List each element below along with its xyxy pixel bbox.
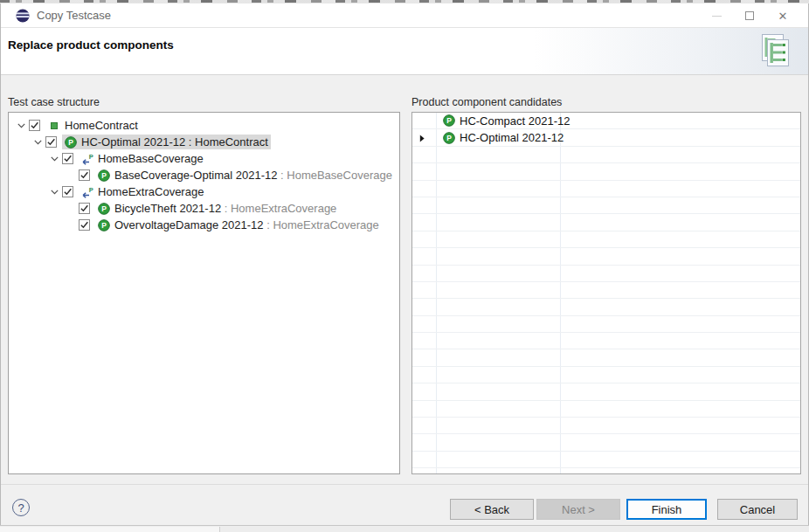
spacer-cell bbox=[561, 401, 800, 417]
candidate-cell bbox=[437, 401, 561, 417]
spacer-cell bbox=[561, 214, 800, 230]
tree-item[interactable]: HomeContract bbox=[9, 117, 399, 134]
checkbox[interactable] bbox=[29, 120, 40, 131]
empty-row bbox=[412, 468, 800, 474]
tree-item-type-suffix: : HomeExtraCoverage bbox=[221, 202, 336, 215]
checkbox[interactable] bbox=[79, 203, 90, 214]
triangle-right-icon[interactable] bbox=[419, 130, 425, 146]
expander-cell bbox=[412, 299, 437, 314]
spacer-cell bbox=[561, 248, 800, 264]
help-button[interactable]: ? bbox=[12, 499, 30, 516]
chevron-down-icon[interactable] bbox=[30, 134, 45, 150]
page-title: Replace product components bbox=[8, 38, 174, 52]
spacer-cell bbox=[561, 434, 800, 450]
candidate-cell[interactable]: PHC-Optimal 2021-12 bbox=[437, 129, 561, 145]
spacer-cell bbox=[561, 266, 800, 281]
tree-item-body[interactable]: HomeContract bbox=[45, 118, 141, 133]
chevron-down-icon[interactable] bbox=[46, 150, 62, 167]
empty-row bbox=[412, 349, 800, 366]
next-button[interactable]: Next > bbox=[536, 499, 620, 520]
candidate-cell bbox=[437, 349, 561, 365]
tree-item-label: HomeExtraCoverage bbox=[98, 185, 204, 198]
checkbox[interactable] bbox=[79, 219, 90, 231]
empty-row bbox=[412, 434, 800, 451]
candidates-table: PHC-Compact 2021-12PHC-Optimal 2021-12 bbox=[411, 112, 801, 474]
chevron-down-icon[interactable] bbox=[46, 183, 62, 200]
expander-cell bbox=[412, 333, 437, 349]
tree-item-body[interactable]: PHomeBaseCoverage bbox=[79, 151, 206, 166]
product-cmpt-icon: P bbox=[443, 132, 455, 144]
empty-row bbox=[412, 266, 800, 282]
screen: Copy Testcase ✕ Replace product componen… bbox=[0, 0, 809, 532]
checkbox[interactable] bbox=[45, 136, 57, 148]
candidate-row[interactable]: PHC-Compact 2021-12 bbox=[412, 113, 800, 129]
cancel-button[interactable]: Cancel bbox=[717, 499, 798, 520]
svg-text:P: P bbox=[446, 116, 452, 125]
empty-row bbox=[412, 401, 800, 418]
svg-text:P: P bbox=[89, 153, 93, 161]
tree-item-body[interactable]: POvervoltageDamage 2021-12 : HomeExtraCo… bbox=[95, 218, 382, 232]
wizard-content: Test case structure Product component ca… bbox=[1, 75, 808, 484]
copy-testcase-wizard-icon bbox=[752, 32, 792, 74]
expander-cell bbox=[412, 401, 437, 417]
checkbox[interactable] bbox=[79, 169, 90, 181]
spacer-cell bbox=[561, 316, 800, 332]
tree-item-label: BaseCoverage-Optimal 2021-12 bbox=[114, 169, 277, 182]
expander-spacer bbox=[63, 200, 79, 217]
tree-item-type-suffix: : HomeBaseCoverage bbox=[277, 169, 392, 182]
candidate-cell bbox=[437, 383, 561, 399]
expander-cell bbox=[412, 367, 437, 383]
expander-cell[interactable] bbox=[412, 129, 437, 145]
eclipse-logo-icon bbox=[16, 9, 30, 23]
spacer-cell bbox=[561, 468, 800, 474]
chevron-down-icon[interactable] bbox=[13, 117, 29, 134]
tree-item-body[interactable]: PBicycleTheft 2021-12 : HomeExtraCoverag… bbox=[95, 201, 339, 216]
expander-cell bbox=[412, 113, 437, 128]
candidate-cell bbox=[437, 266, 561, 281]
svg-text:P: P bbox=[446, 134, 452, 142]
empty-row bbox=[412, 367, 800, 383]
minimize-icon[interactable] bbox=[700, 3, 733, 28]
wizard-banner: Replace product components bbox=[1, 28, 808, 75]
maximize-icon[interactable] bbox=[733, 3, 766, 28]
window-title: Copy Testcase bbox=[37, 9, 111, 22]
candidate-row[interactable]: PHC-Optimal 2021-12 bbox=[412, 129, 800, 146]
tree-item[interactable]: POvervoltageDamage 2021-12 : HomeExtraCo… bbox=[9, 217, 399, 233]
empty-row bbox=[412, 248, 800, 265]
checkbox[interactable] bbox=[62, 153, 73, 164]
expander-cell bbox=[412, 147, 437, 162]
tree-item-selected-body[interactable]: PHC-Optimal 2021-12 : HomeContract bbox=[62, 135, 271, 149]
expander-cell bbox=[412, 181, 437, 197]
candidate-cell[interactable]: PHC-Compact 2021-12 bbox=[437, 113, 561, 128]
empty-row bbox=[412, 282, 800, 299]
candidate-cell bbox=[437, 333, 561, 349]
expander-cell bbox=[412, 383, 437, 399]
tree-item[interactable]: PHC-Optimal 2021-12 : HomeContract bbox=[9, 134, 399, 150]
candidates-panel-label: Product component candidates bbox=[411, 96, 562, 108]
checkbox[interactable] bbox=[62, 186, 73, 197]
close-icon[interactable]: ✕ bbox=[766, 3, 799, 28]
testcase-structure-tree: HomeContractPHC-Optimal 2021-12 : HomeCo… bbox=[8, 112, 400, 474]
tree-item-body[interactable]: PBaseCoverage-Optimal 2021-12 : HomeBase… bbox=[95, 168, 395, 183]
back-button[interactable]: < Back bbox=[450, 499, 534, 520]
tree-item-body[interactable]: PHomeExtraCoverage bbox=[79, 184, 206, 199]
product-cmpt-icon: P bbox=[97, 169, 111, 182]
candidate-cell bbox=[437, 282, 561, 298]
svg-text:P: P bbox=[89, 186, 93, 194]
association-icon: P bbox=[80, 186, 94, 198]
svg-text:P: P bbox=[101, 221, 107, 230]
expander-cell bbox=[412, 282, 437, 298]
spacer-cell bbox=[561, 418, 800, 433]
finish-button[interactable]: Finish bbox=[626, 499, 707, 520]
candidate-cell bbox=[437, 434, 561, 450]
empty-row bbox=[412, 197, 800, 214]
expander-cell bbox=[412, 266, 437, 281]
tree-item[interactable]: PHomeExtraCoverage bbox=[9, 183, 399, 200]
svg-text:P: P bbox=[101, 204, 107, 213]
tree-item[interactable]: PHomeBaseCoverage bbox=[9, 150, 399, 167]
tree-item[interactable]: PBaseCoverage-Optimal 2021-12 : HomeBase… bbox=[9, 167, 399, 183]
tree-item-label: HomeContract bbox=[65, 119, 138, 132]
svg-text:P: P bbox=[101, 171, 107, 180]
tree-item[interactable]: PBicycleTheft 2021-12 : HomeExtraCoverag… bbox=[9, 200, 399, 217]
spacer-cell bbox=[561, 197, 800, 213]
